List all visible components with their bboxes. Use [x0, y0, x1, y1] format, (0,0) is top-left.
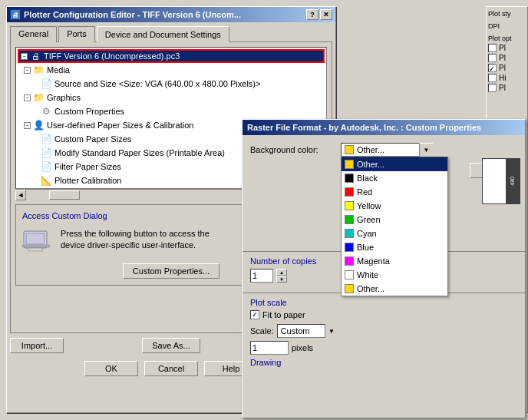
expand-icon-media[interactable]: -	[24, 67, 31, 74]
plot-check-label-4: Hi	[499, 74, 506, 82]
fit-to-paper-checkbox[interactable]: ✓	[250, 310, 259, 319]
plot-scale-section: Plot scale ✓ Fit to paper Scale: Custom …	[243, 293, 525, 372]
tree-item-custom-props[interactable]: ⚙ Custom Properties	[18, 104, 325, 118]
scale-input-field[interactable]	[250, 341, 289, 355]
svg-rect-2	[28, 248, 42, 251]
swatch-yellow	[345, 201, 354, 210]
spinner-down-btn[interactable]: ▼	[276, 276, 287, 283]
plot-check-label-1: Pl	[499, 44, 506, 52]
tab-device-doc-settings[interactable]: Device and Document Settings	[97, 26, 229, 42]
spinner-buttons: ▲ ▼	[276, 269, 287, 283]
checkbox-row-1: Pl	[488, 44, 526, 52]
spinner-up-btn[interactable]: ▲	[276, 269, 287, 276]
plot-checkbox-3[interactable]: ✓	[488, 64, 497, 72]
tree-label-custom-props: Custom Properties	[54, 107, 124, 116]
tree-label-filter: Filter Paper Sizes	[54, 162, 121, 171]
plot-checkbox-5[interactable]	[488, 84, 497, 92]
dpi-label: DPI	[488, 22, 526, 30]
page-icon-source: 📄	[40, 78, 52, 90]
plot-checkbox-1[interactable]	[488, 44, 497, 52]
checkbox-row-2: Pl	[488, 54, 526, 62]
expand-icon-root[interactable]: -	[21, 53, 28, 60]
custom-properties-button[interactable]: Custom Properties...	[123, 263, 219, 279]
copies-dropdown[interactable]: 1	[250, 269, 273, 283]
color-option-blue[interactable]: Blue	[342, 240, 447, 254]
scale-dropdown-arrow[interactable]: ▼	[325, 324, 338, 338]
swatch-other-top	[345, 160, 354, 169]
diagram-box: 480	[482, 158, 520, 204]
svg-rect-1	[26, 233, 45, 244]
tree-label-calibration: Plotter Calibration	[54, 176, 121, 185]
dropdown-arrow-btn[interactable]: ▼	[419, 143, 433, 157]
help-button[interactable]: ?	[306, 9, 318, 20]
right-panel-content: Plot sty DPI Plot opt Pl Pl ✓ Pl Hi Pl	[487, 7, 527, 97]
gear-icon-custom: ⚙	[40, 105, 52, 117]
plot-scale-label: Plot scale	[250, 298, 517, 307]
color-option-red[interactable]: Red	[342, 185, 447, 199]
color-label-green: Green	[357, 215, 381, 224]
color-option-yellow[interactable]: Yellow	[342, 199, 447, 213]
title-buttons: ? ✕	[306, 9, 332, 20]
title-bar: 🖨 Plotter Configuration Editor - TIFF Ve…	[7, 7, 335, 22]
tree-label-modify: Modify Standard Paper Sizes (Printable A…	[54, 148, 225, 157]
fit-to-paper-label: Fit to paper	[262, 310, 305, 319]
tree-root-label: TIFF Version 6 (Uncompressed).pc3	[44, 51, 180, 61]
computer-icon: 🖨	[29, 50, 41, 62]
color-label-black: Black	[357, 174, 378, 183]
import-button[interactable]: Import...	[10, 338, 64, 353]
color-label-other-bottom: Other...	[357, 284, 384, 293]
color-option-white[interactable]: White	[342, 268, 447, 282]
plot-checkbox-2[interactable]	[488, 54, 497, 62]
save-as-button[interactable]: Save As...	[142, 338, 200, 353]
tree-item-graphics[interactable]: - 📁 Graphics	[18, 91, 325, 104]
expand-icon-paper[interactable]: -	[24, 122, 31, 129]
tab-general[interactable]: General	[10, 26, 57, 42]
window-title: Plotter Configuration Editor - TIFF Vers…	[24, 10, 241, 19]
title-bar-left: 🖨 Plotter Configuration Editor - TIFF Ve…	[10, 9, 241, 20]
tree-root-item[interactable]: - 🖨 TIFF Version 6 (Uncompressed).pc3	[18, 49, 325, 63]
swatch-magenta	[345, 256, 354, 266]
color-label-magenta: Magenta	[357, 256, 390, 266]
folder-icon-media: 📁	[32, 64, 45, 76]
bg-color-value: Other...	[357, 145, 384, 154]
plot-check-label-2: Pl	[499, 54, 506, 62]
color-option-magenta[interactable]: Magenta	[342, 254, 447, 268]
color-option-green[interactable]: Green	[342, 213, 447, 227]
swatch-white	[345, 270, 354, 279]
ok-button[interactable]: OK	[84, 361, 138, 376]
plot-checkbox-4[interactable]	[488, 74, 497, 82]
plot-style-label: Plot sty	[488, 10, 526, 18]
scroll-thumb[interactable]	[49, 190, 80, 200]
tree-label-paper-sizes: User-defined Paper Sizes & Calibration	[47, 121, 193, 130]
plot-check-label-5: Pl	[499, 84, 506, 92]
swatch-other-bottom	[345, 284, 354, 293]
swatch-red	[345, 187, 354, 197]
scroll-left-btn[interactable]: ◄	[15, 190, 26, 200]
copies-value: 1	[252, 271, 257, 280]
color-option-other-top[interactable]: Other...	[342, 157, 447, 171]
tab-bar: General Ports Device and Document Settin…	[7, 22, 335, 41]
color-option-other-bottom[interactable]: Other...	[342, 282, 447, 296]
page-icon-modify: 📄	[40, 147, 52, 159]
close-button[interactable]: ✕	[320, 9, 332, 20]
color-label-white: White	[357, 270, 378, 279]
cancel-button[interactable]: Cancel	[144, 361, 198, 376]
checkbox-row-4: Hi	[488, 74, 526, 82]
tree-item-media[interactable]: - 📁 Media	[18, 63, 325, 77]
scale-value: Custom	[281, 326, 310, 336]
app-icon: 🖨	[10, 9, 21, 20]
checkbox-row-5: Pl	[488, 84, 526, 92]
bg-color-label: Background color:	[250, 145, 335, 154]
raster-title-bar: Raster File Format - by Autodesk, Inc. :…	[243, 120, 525, 135]
tree-item-source[interactable]: 📄 Source and Size <Size: VGA (640.00 x 4…	[18, 77, 325, 91]
color-option-cyan[interactable]: Cyan	[342, 227, 447, 240]
color-option-black[interactable]: Black	[342, 171, 447, 185]
plot-check-label-3: Pl	[499, 64, 506, 72]
color-label-yellow: Yellow	[357, 201, 381, 210]
diagram-area: 480	[480, 158, 522, 204]
copies-value-display: 1	[250, 269, 273, 283]
expand-icon-graphics[interactable]: -	[24, 94, 31, 101]
tab-ports[interactable]: Ports	[58, 26, 95, 42]
raster-dialog: Raster File Format - by Autodesk, Inc. :…	[242, 119, 526, 418]
svg-rect-3	[22, 245, 50, 247]
